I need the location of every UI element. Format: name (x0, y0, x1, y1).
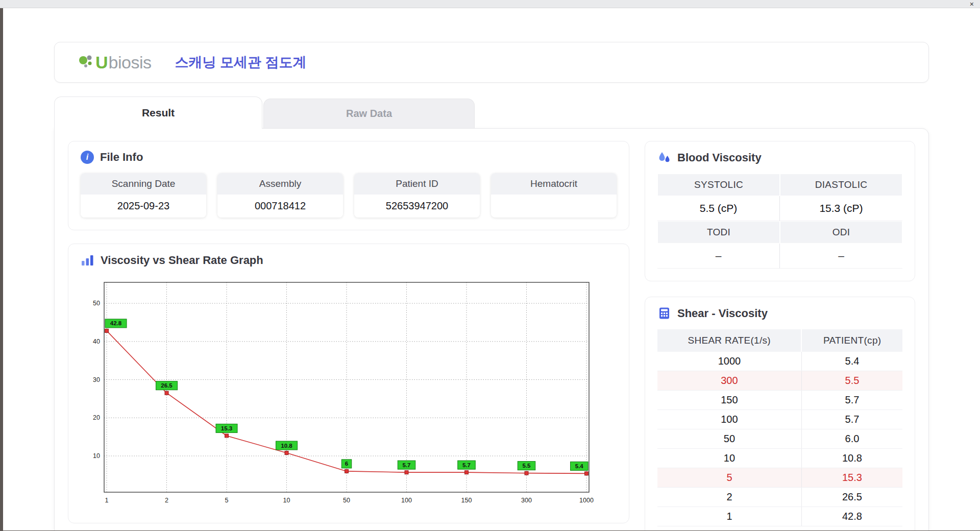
ubiosis-logo: U biosis (76, 52, 152, 73)
patient-cell: 6.0 (801, 429, 902, 449)
shear-viscosity-card: Shear - Viscosity SHEAR RATE(1/s) PATIEN… (645, 297, 915, 530)
svg-text:6: 6 (345, 461, 348, 467)
svg-text:5.4: 5.4 (575, 463, 584, 469)
svg-text:5.7: 5.7 (403, 462, 411, 468)
shear-viscosity-table: SHEAR RATE(1/s) PATIENT(cp) 1000 5.4 300 (657, 329, 902, 526)
svg-text:1: 1 (105, 497, 109, 504)
patient-cell: 5.5 (801, 371, 902, 391)
table-row: 50 6.0 (657, 429, 902, 449)
bar-chart-icon (81, 253, 94, 267)
svg-text:10: 10 (93, 452, 100, 460)
shear-rate-cell: 10 (657, 449, 801, 468)
svg-text:10.8: 10.8 (281, 443, 292, 449)
svg-text:50: 50 (93, 300, 100, 307)
logo-text-biosis: biosis (109, 53, 152, 73)
table-row: 1000 5.4 (657, 352, 902, 371)
field-patient-id: Patient ID 52653947200 (354, 173, 480, 218)
shear-rate-column-header: SHEAR RATE(1/s) (657, 329, 801, 352)
odi-header: ODI (780, 222, 902, 243)
shear-rate-cell: 100 (657, 410, 801, 429)
svg-text:150: 150 (461, 497, 472, 504)
svg-text:20: 20 (93, 414, 100, 421)
table-row: 100 5.7 (657, 410, 902, 429)
svg-text:15.3: 15.3 (221, 425, 232, 431)
svg-text:40: 40 (93, 338, 100, 345)
svg-text:5.5: 5.5 (523, 463, 531, 469)
systolic-header: SYSTOLIC (658, 174, 779, 196)
table-row: 1 42.8 (657, 507, 902, 526)
close-icon[interactable]: × (970, 0, 974, 8)
svg-text:5: 5 (225, 497, 229, 504)
tab-result[interactable]: Result (54, 96, 262, 129)
patient-cell: 5.4 (801, 352, 902, 371)
svg-text:100: 100 (401, 497, 412, 504)
field-label: Patient ID (354, 173, 480, 195)
svg-text:50: 50 (343, 497, 350, 504)
shear-rate-cell: 2 (657, 488, 801, 507)
shear-rate-cell: 50 (657, 429, 801, 449)
file-info-card: i File Info Scanning Date 2025-09-23 Ass… (68, 141, 629, 230)
table-header-row: SHEAR RATE(1/s) PATIENT(cp) (657, 329, 902, 352)
svg-text:5.7: 5.7 (462, 462, 471, 468)
app-header: U biosis 스캐닝 모세관 점도계 (54, 42, 929, 83)
table-row: 5 15.3 (657, 468, 902, 488)
droplet-icon (657, 151, 671, 164)
page-title: 스캐닝 모세관 점도계 (175, 53, 307, 71)
info-icon: i (81, 151, 94, 164)
table-row: 150 5.7 (657, 391, 902, 410)
viscosity-shear-chart: 10203040501251050100150300100042.826.515… (81, 276, 617, 511)
result-content: i File Info Scanning Date 2025-09-23 Ass… (54, 128, 929, 530)
systolic-value: 5.5 (cP) (657, 196, 780, 221)
tab-raw-data[interactable]: Raw Data (263, 99, 475, 128)
app-window: U biosis 스캐닝 모세관 점도계 Result Raw Data i F… (3, 8, 980, 530)
shear-rate-cell: 1 (657, 507, 801, 526)
graph-title: Viscosity vs Shear Rate Graph (101, 254, 263, 267)
logo-leaf-icon (76, 52, 96, 73)
diastolic-header: DIASTOLIC (780, 174, 902, 196)
blood-viscosity-title: Blood Viscosity (677, 151, 762, 164)
table-row: 2 26.5 (657, 488, 902, 507)
diastolic-value: 15.3 (cP) (780, 196, 902, 221)
shear-rate-cell: 1000 (657, 352, 801, 371)
window-titlebar: × (0, 0, 980, 8)
field-value: 000718412 (217, 195, 343, 218)
svg-text:300: 300 (521, 497, 532, 504)
patient-cell: 15.3 (801, 468, 902, 488)
field-label: Assembly (217, 173, 343, 195)
logo-text-u: U (95, 53, 108, 73)
field-label: Scanning Date (81, 173, 206, 195)
todi-header: TODI (658, 222, 779, 243)
field-value (491, 195, 617, 216)
blood-viscosity-card: Blood Viscosity SYSTOLIC DIASTOLIC 5.5 (… (645, 141, 915, 281)
patient-cell: 5.7 (801, 410, 902, 429)
blood-viscosity-grid: SYSTOLIC DIASTOLIC 5.5 (cP) 15.3 (cP) TO… (657, 174, 902, 269)
calculator-icon (657, 306, 671, 320)
patient-cell: 42.8 (801, 507, 902, 526)
field-value: 2025-09-23 (81, 195, 206, 218)
field-scanning-date: Scanning Date 2025-09-23 (81, 173, 206, 218)
svg-text:26.5: 26.5 (161, 382, 173, 389)
field-assembly: Assembly 000718412 (217, 173, 343, 218)
patient-cell: 5.7 (801, 391, 902, 410)
file-info-title: File Info (100, 151, 143, 164)
shear-rate-cell: 300 (657, 371, 801, 391)
svg-text:42.8: 42.8 (110, 320, 122, 326)
svg-text:2: 2 (165, 497, 168, 504)
svg-text:30: 30 (93, 376, 100, 383)
field-hematocrit: Hematocrit (491, 173, 617, 218)
table-row: 10 10.8 (657, 449, 902, 468)
shear-viscosity-title: Shear - Viscosity (677, 307, 768, 320)
table-row: 300 5.5 (657, 371, 902, 391)
shear-rate-cell: 150 (657, 391, 801, 410)
odi-value: – (780, 244, 902, 269)
field-label: Hematocrit (491, 173, 617, 195)
field-value: 52653947200 (354, 195, 480, 218)
graph-card: Viscosity vs Shear Rate Graph 1020304050… (68, 244, 629, 523)
shear-rate-cell: 5 (657, 468, 801, 488)
patient-cell: 26.5 (801, 488, 902, 507)
svg-text:1000: 1000 (579, 497, 594, 504)
svg-text:10: 10 (283, 497, 290, 504)
todi-value: – (657, 244, 780, 269)
patient-cell: 10.8 (801, 449, 902, 468)
patient-column-header: PATIENT(cp) (801, 329, 902, 352)
